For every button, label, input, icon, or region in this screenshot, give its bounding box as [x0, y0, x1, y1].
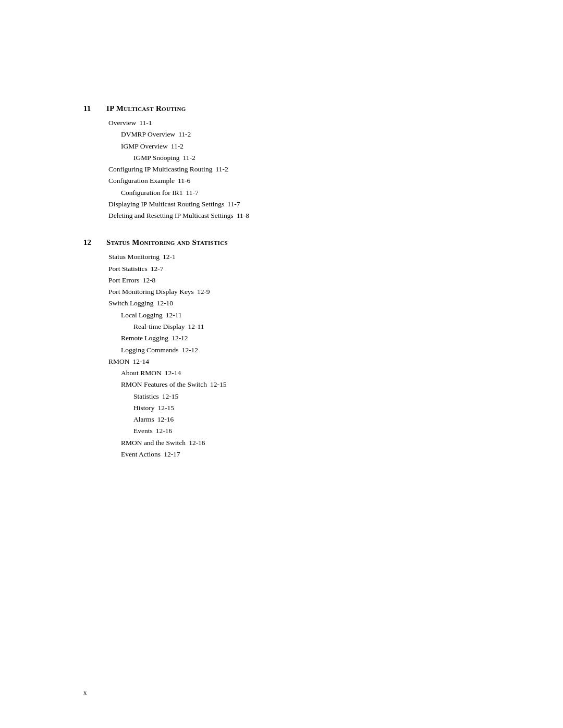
toc-entry: History12-15	[108, 402, 480, 414]
entry-text: Real-time Display	[133, 321, 185, 332]
toc-entry: Remote Logging12-12	[108, 332, 480, 344]
entry-text: Overview	[108, 117, 136, 129]
toc-entry: Displaying IP Multicast Routing Settings…	[108, 199, 480, 210]
toc-entry: RMON Features of the Switch12-15	[108, 379, 480, 390]
entry-page: 12-16	[189, 437, 205, 449]
entry-page: 11-2	[178, 129, 191, 140]
entry-text: Displaying IP Multicast Routing Settings	[108, 199, 224, 210]
entry-text: Deleting and Resetting IP Multicast Sett…	[108, 210, 234, 221]
entry-page: 11-2	[182, 152, 195, 164]
section-heading-12: 12Status Monitoring and Statistics	[83, 238, 480, 247]
entry-text: RMON and the Switch	[121, 437, 186, 449]
section-title-12: Status Monitoring and Statistics	[106, 238, 228, 247]
entry-page: 12-12	[172, 332, 188, 344]
entry-page: 11-8	[237, 210, 249, 221]
toc-entry: Event Actions12-17	[108, 449, 480, 460]
entry-page: 12-17	[164, 449, 180, 460]
toc-container: 11IP Multicast RoutingOverview11-1DVMRP …	[83, 104, 480, 460]
entry-text: History	[133, 402, 155, 414]
toc-entries-12: Status Monitoring12-1Port Statistics12-7…	[83, 251, 480, 460]
toc-entry: Configuring IP Multicasting Routing11-2	[108, 164, 480, 175]
toc-section-11: 11IP Multicast RoutingOverview11-1DVMRP …	[83, 104, 480, 221]
entry-page: 11-1	[139, 117, 152, 129]
toc-entry: Deleting and Resetting IP Multicast Sett…	[108, 210, 480, 221]
entry-text: Status Monitoring	[108, 251, 160, 263]
section-number-11: 11	[83, 104, 102, 113]
entry-page: 11-7	[186, 187, 198, 199]
entry-page: 12-15	[158, 402, 175, 414]
toc-entry: Configuration for IR111-7	[108, 187, 480, 199]
section-heading-11: 11IP Multicast Routing	[83, 104, 480, 113]
entry-page: 12-16	[156, 425, 173, 437]
entry-page: 11-2	[215, 164, 228, 175]
toc-entry: Port Statistics12-7	[108, 263, 480, 275]
entry-text: Event Actions	[121, 449, 161, 460]
entry-page: 12-11	[166, 310, 182, 321]
toc-entry: Events12-16	[108, 425, 480, 437]
section-title-11: IP Multicast Routing	[106, 104, 186, 113]
entry-page: 11-7	[227, 199, 240, 210]
toc-entry: DVMRP Overview11-2	[108, 129, 480, 140]
page-footer: x	[83, 688, 87, 697]
toc-entry: About RMON12-14	[108, 367, 480, 379]
entry-page: 12-1	[163, 251, 176, 263]
entry-text: Configuring IP Multicasting Routing	[108, 164, 212, 175]
entry-text: Switch Logging	[108, 298, 154, 309]
entry-text: Port Statistics	[108, 263, 148, 275]
entry-page: 12-15	[162, 391, 179, 402]
entry-text: IGMP Snooping	[133, 152, 179, 164]
toc-entry: Statistics12-15	[108, 391, 480, 402]
toc-entry: RMON and the Switch12-16	[108, 437, 480, 449]
toc-entry: IGMP Overview11-2	[108, 141, 480, 152]
entry-text: DVMRP Overview	[121, 129, 175, 140]
toc-entry: Real-time Display12-11	[108, 321, 480, 332]
entry-page: 12-9	[197, 286, 210, 298]
entry-page: 12-14	[133, 356, 150, 367]
entry-text: Local Logging	[121, 310, 163, 321]
entry-text: Statistics	[133, 391, 159, 402]
page: 11IP Multicast RoutingOverview11-1DVMRP …	[0, 0, 563, 728]
toc-entry: IGMP Snooping11-2	[108, 152, 480, 164]
footer-page-number: x	[83, 688, 87, 696]
toc-entry: Port Monitoring Display Keys12-9	[108, 286, 480, 298]
toc-entry: Status Monitoring12-1	[108, 251, 480, 263]
toc-entry: Port Errors12-8	[108, 275, 480, 286]
entry-text: About RMON	[121, 367, 162, 379]
entry-page: 12-8	[143, 275, 156, 286]
entry-page: 11-6	[178, 175, 190, 187]
toc-entries-11: Overview11-1DVMRP Overview11-2IGMP Overv…	[83, 117, 480, 221]
entry-page: 12-12	[182, 344, 199, 356]
toc-entry: Alarms12-16	[108, 414, 480, 425]
entry-page: 12-16	[157, 414, 174, 425]
entry-text: Logging Commands	[121, 344, 179, 356]
toc-entry: Configuration Example11-6	[108, 175, 480, 187]
entry-text: Configuration Example	[108, 175, 175, 187]
entry-page: 11-2	[171, 141, 183, 152]
entry-text: Events	[133, 425, 153, 437]
toc-section-12: 12Status Monitoring and StatisticsStatus…	[83, 238, 480, 460]
entry-text: RMON	[108, 356, 130, 367]
toc-entry: Overview11-1	[108, 117, 480, 129]
entry-page: 12-7	[151, 263, 164, 275]
entry-text: Port Monitoring Display Keys	[108, 286, 194, 298]
section-number-12: 12	[83, 238, 102, 247]
entry-text: Remote Logging	[121, 332, 168, 344]
entry-text: IGMP Overview	[121, 141, 168, 152]
toc-entry: Local Logging12-11	[108, 310, 480, 321]
entry-page: 12-15	[210, 379, 227, 390]
entry-text: Port Errors	[108, 275, 140, 286]
entry-page: 12-10	[157, 298, 174, 309]
entry-page: 12-11	[188, 321, 204, 332]
entry-text: Alarms	[133, 414, 154, 425]
toc-entry: Switch Logging12-10	[108, 298, 480, 309]
entry-text: Configuration for IR1	[121, 187, 182, 199]
toc-entry: Logging Commands12-12	[108, 344, 480, 356]
entry-text: RMON Features of the Switch	[121, 379, 207, 390]
toc-entry: RMON12-14	[108, 356, 480, 367]
entry-page: 12-14	[165, 367, 181, 379]
